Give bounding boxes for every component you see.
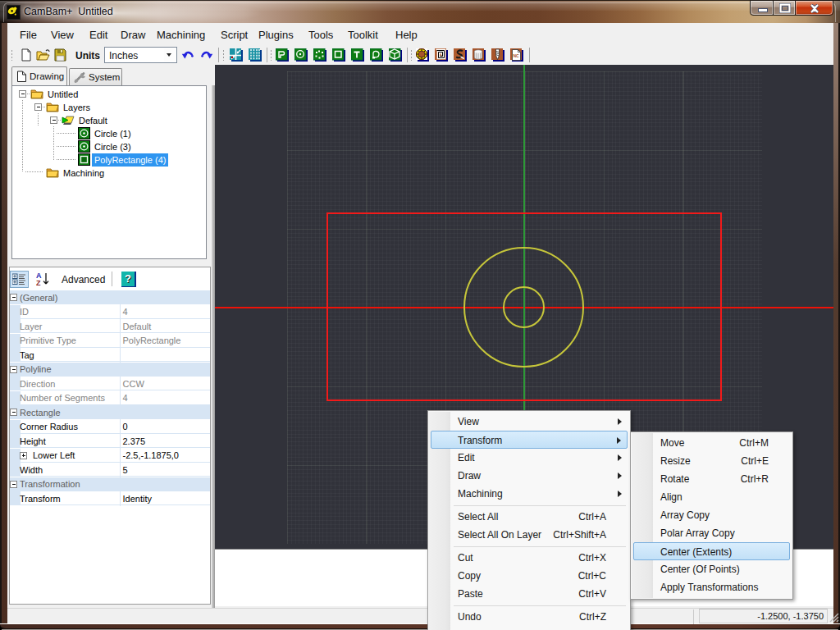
svg-text:Z: Z — [36, 279, 41, 287]
svg-text:NC: NC — [514, 53, 520, 58]
